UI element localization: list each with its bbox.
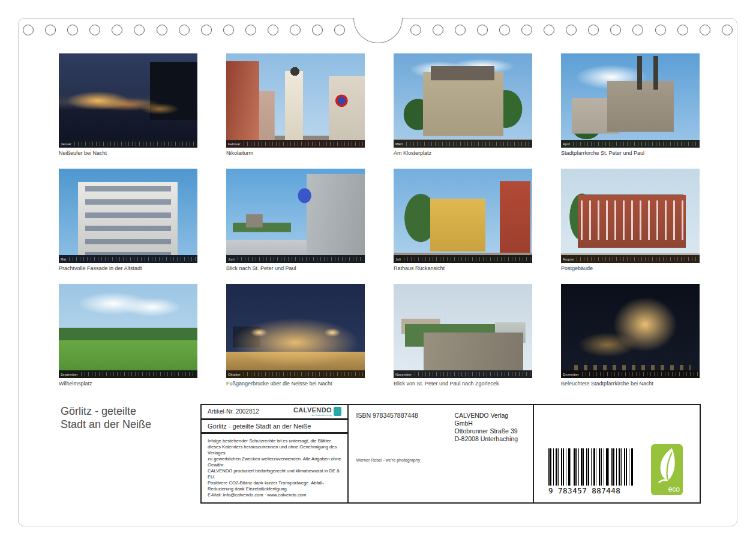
mini-calendar-month: Oktober [228, 373, 241, 376]
calvendo-wordmark: CALVENDO [293, 407, 332, 414]
publisher-city: D-82008 Unterhaching [455, 435, 526, 443]
ean-barcode: 9 783457 887448 [548, 448, 634, 495]
photo-june: Juni [226, 169, 365, 263]
info-left-column: Artikel-Nr. 2002812 CALVENDO der Kalende… [200, 404, 349, 504]
binding-hole [521, 25, 532, 35]
binding-hole [290, 25, 301, 35]
mini-calendar-days [238, 257, 363, 261]
calendar-back-page: Januar Neißeufer bei Nacht Februar Nikol… [18, 18, 737, 526]
mini-calendar-month: Februar [228, 142, 241, 146]
thumbnail-caption: Wilhelmsplatz [59, 381, 197, 387]
binding-hole [268, 25, 278, 35]
thumbnail-caption: Rathaus Rückansicht [394, 265, 532, 271]
mini-calendar-month: Januar [61, 142, 71, 146]
mini-calendar-strip: August [561, 255, 700, 263]
info-middle-column: ISBN 9783457887448 CALVENDO Verlag GmbH … [347, 404, 535, 504]
mini-calendar-days [577, 257, 698, 261]
thumbnail-may: Mai Prachtvolle Fassade in der Altstadt [59, 169, 197, 271]
mini-calendar-days [573, 142, 698, 146]
photo-september: September [59, 284, 197, 378]
mini-calendar-strip: Juli [394, 255, 532, 263]
thumbnail-june: Juni Blick nach St. Peter und Paul [226, 169, 365, 271]
binding-hole [588, 25, 599, 35]
binding-hole [655, 25, 666, 35]
mini-calendar-days [74, 142, 196, 146]
publisher-street: Ottobrunner Straße 39 [455, 427, 526, 435]
mini-calendar-strip: April [561, 140, 700, 148]
mini-calendar-days [69, 257, 196, 261]
mini-calendar-days [404, 257, 530, 261]
thumbnail-july: Juli Rathaus Rückansicht [394, 169, 532, 271]
thumbnail-caption: Postgebäude [561, 265, 700, 271]
mini-calendar-month: August [563, 257, 574, 261]
binding-holes-left [23, 25, 346, 35]
photo-july: Juli [394, 169, 532, 263]
thumbnail-caption: Nikolaiturm [226, 150, 365, 156]
publisher-name: CALVENDO Verlag GmbH [455, 412, 526, 427]
thumbnail-august: August Postgebäude [561, 169, 700, 271]
binding-hole [566, 25, 577, 35]
mini-calendar-days [406, 142, 530, 146]
photo-march: März [394, 53, 532, 148]
mini-calendar-month: September [61, 373, 78, 376]
binding-hole [433, 25, 443, 35]
mini-calendar-month: März [395, 142, 403, 146]
thumbnail-march: März Am Klosterplatz [394, 53, 532, 156]
binding-hole [544, 25, 554, 35]
mini-calendar-month: Juni [228, 257, 235, 261]
barcode-digits: 9 783457 887448 [548, 486, 634, 495]
calendar-title-line2: Stadt an der Neiße [61, 418, 151, 432]
mini-calendar-days [582, 372, 698, 376]
mini-calendar-strip: November [394, 370, 532, 378]
binding-holes-right [410, 25, 733, 35]
thumbnail-november: November Blick von St. Peter und Paul na… [394, 284, 532, 387]
artikel-number: Artikel-Nr. 2002812 [208, 408, 259, 415]
binding-hole [499, 25, 510, 35]
thumbnail-october: Oktober Fußgängerbrücke über die Neisse … [226, 284, 365, 387]
binding-hole [179, 25, 190, 35]
thumbnail-caption: Neißeufer bei Nacht [59, 150, 197, 156]
barcode-bars [548, 448, 634, 486]
thumbnail-caption: Am Klosterplatz [394, 150, 532, 156]
mini-calendar-strip: Februar [226, 140, 365, 148]
mini-calendar-days [81, 372, 196, 376]
thumbnail-caption: Beleuchtete Stadtpfarrkirche bei Nacht [561, 381, 700, 387]
calendar-title: Görlitz - geteilte Stadt an der Neiße [61, 405, 151, 432]
mini-calendar-month: Dezember [563, 373, 579, 376]
photo-february: Februar [226, 53, 365, 148]
calendar-title-line1: Görlitz - geteilte [61, 405, 151, 418]
binding-hole [677, 25, 688, 35]
thumbnail-february: Februar Nikolaiturm [226, 53, 365, 156]
thumbnail-caption: Stadtpfarrkirche St. Peter und Paul [561, 150, 700, 156]
eco-label: eco [668, 485, 680, 493]
binding-hole [610, 25, 621, 35]
calvendo-logo-text: CALVENDO der Kalenderverlag [293, 407, 332, 417]
mini-calendar-month: April [563, 142, 570, 146]
mini-calendar-strip: Juni [226, 255, 365, 263]
isbn-publisher-row: ISBN 9783457887448 CALVENDO Verlag GmbH … [356, 412, 526, 444]
thumbnail-december: Dezember Beleuchtete Stadtpfarrkirche be… [561, 284, 700, 387]
binding-hole [245, 25, 256, 35]
leaf-icon [653, 447, 680, 484]
photographer-credit: Werner Rebel - we're photography [356, 458, 526, 462]
calendar-title-box: Görlitz - geteilte Stadt an der Neiße [202, 420, 347, 434]
thumbnail-april: April Stadtpfarrkirche St. Peter und Pau… [561, 53, 700, 156]
binding-hole [157, 25, 167, 35]
photo-november: November [394, 284, 532, 378]
binding-hole [112, 25, 122, 35]
binding-hole [134, 25, 145, 35]
photo-may: Mai [59, 169, 197, 263]
thumbnail-september: September Wilhelmsplatz [59, 284, 197, 387]
photo-april: April [561, 53, 700, 148]
binding-hole [700, 25, 710, 35]
info-right-column: 9 783457 887448 eco [533, 404, 701, 504]
mini-calendar-strip: Januar [59, 140, 197, 148]
binding-hole [410, 25, 421, 35]
photo-january: Januar [59, 53, 197, 148]
binding-hole [455, 25, 466, 35]
legal-notice: Infolge bestehender Schutzrechte ist es … [202, 434, 347, 502]
photo-october: Oktober [226, 284, 365, 378]
mini-calendar-days [244, 142, 363, 146]
binding-hole [632, 25, 643, 35]
thumbnail-caption: Prachtvolle Fassade in der Altstadt [59, 265, 197, 271]
